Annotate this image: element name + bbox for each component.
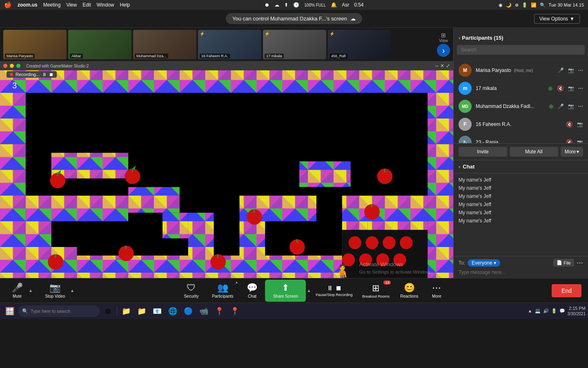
breakout-rooms-button[interactable]: ⊞ Breakout Rooms 14 xyxy=(357,280,394,302)
thumb-name-3: Muhammad Dza... xyxy=(135,54,168,58)
windows-start[interactable]: 🪟 xyxy=(2,304,17,319)
chat-more-button[interactable]: ⋯ xyxy=(577,259,583,267)
win-minimize-btn[interactable]: ─ xyxy=(435,63,439,69)
to-label: To: xyxy=(459,260,465,266)
participant-item-dzakka[interactable]: MD Muhammad Dzakka Fadl... ⊕ 🎤 📷 ⋯ xyxy=(454,97,588,115)
mic-icon-dzakka: 🎤 xyxy=(558,103,564,109)
game-area: Created with GameMaker Studio 2 ─ ✕ ⤢ Re… xyxy=(0,61,453,278)
win-expand-btn[interactable]: ⤢ xyxy=(446,63,450,69)
search-input[interactable] xyxy=(457,45,585,55)
mute-button[interactable]: 🎤 Mute xyxy=(7,280,28,302)
svg-rect-8 xyxy=(0,70,453,93)
more-button[interactable]: ⋯ More xyxy=(424,280,449,302)
menu-help[interactable]: Help xyxy=(120,2,130,8)
share-arrow[interactable]: ▲ xyxy=(307,280,311,302)
svg-point-47 xyxy=(348,236,361,249)
more-icon-dzakka: ⋯ xyxy=(578,103,583,109)
win-close[interactable] xyxy=(3,64,7,68)
collapse-icon[interactable]: ‹ xyxy=(459,35,460,41)
sidebar-actions: Invite Mute All More▾ xyxy=(454,143,588,160)
thumb-name-2: Akbar xyxy=(70,54,83,58)
participants-button[interactable]: 👥 Participants ▲ xyxy=(206,280,239,302)
mute-all-button[interactable]: Mute All xyxy=(510,147,558,157)
svg-rect-19 xyxy=(342,195,428,221)
taskbar-app-8[interactable]: 📍 xyxy=(227,304,242,319)
collapse-chat-icon[interactable]: ‹ xyxy=(459,164,460,170)
to-everyone-button[interactable]: Everyone▾ xyxy=(468,259,500,267)
mic-off-faheem: 🔇 xyxy=(566,121,573,128)
chat-msg-1: My name's Jeff xyxy=(459,176,583,184)
participant-item-mikala[interactable]: m 17 mikala ⊕ 🔇 📷 ⋯ xyxy=(454,79,588,97)
taskbar-app-5[interactable]: 🔵 xyxy=(181,304,196,319)
taskbar-search[interactable]: 🔍 Type here to search xyxy=(18,305,100,317)
svg-rect-12 xyxy=(26,195,128,221)
svg-rect-27 xyxy=(57,173,58,176)
participant-item-rania[interactable]: 2- 23 - Rania 🔇 📷 xyxy=(454,133,588,143)
taskbar-app-edge[interactable]: 🌐 xyxy=(165,304,180,319)
more-participants-button[interactable]: More▾ xyxy=(561,147,583,157)
thumb-name-1: Marisa Paryasto xyxy=(5,54,35,58)
strip-arrow[interactable]: › xyxy=(437,44,450,57)
taskbar-divider-1 xyxy=(117,306,117,316)
svg-point-50 xyxy=(400,236,412,249)
participant-thumb-3: Muhammad Dza... xyxy=(133,30,196,59)
menu-window[interactable]: Window xyxy=(97,2,114,8)
view-options-button[interactable]: View Options ▼ xyxy=(534,14,580,24)
win-max[interactable] xyxy=(16,64,20,68)
taskbar-app-1[interactable]: 📁 xyxy=(119,304,134,319)
pause-record-btn[interactable]: ⏸ xyxy=(42,72,47,77)
menu-meeting[interactable]: Meeting xyxy=(43,2,61,8)
search-icon[interactable]: 🔍 xyxy=(540,2,546,8)
security-button[interactable]: 🛡 Security xyxy=(177,280,205,302)
taskbar-app-7[interactable]: 📍 xyxy=(212,304,227,319)
chat-section-header: ‹ Chat xyxy=(454,160,588,173)
end-button[interactable]: End xyxy=(552,284,581,297)
recording-badge: Recording... ⏸ ⏹ xyxy=(7,71,57,78)
win-close-btn[interactable]: ✕ xyxy=(440,63,444,69)
share-screen-button[interactable]: ⬆ Share Screen xyxy=(265,280,306,302)
breakout-badge: 14 xyxy=(383,280,391,285)
taskbar-app-mail[interactable]: 📧 xyxy=(150,304,165,319)
stop-record-btn[interactable]: ⏹ xyxy=(49,72,53,77)
svg-point-49 xyxy=(383,236,395,249)
screen-share-notice: You can control Muhammad Dzakka F...'s s… xyxy=(226,13,362,24)
chat-input[interactable] xyxy=(459,269,583,275)
stop-video-button[interactable]: 📷 Stop Video xyxy=(41,280,69,302)
invite-button[interactable]: Invite xyxy=(459,147,507,157)
pause-recording-button[interactable]: ⏸ ⏹ Pause/Stop Recording xyxy=(312,280,356,302)
video-arrow[interactable]: ▲ xyxy=(70,280,74,302)
reactions-button[interactable]: 😊 Reactions xyxy=(395,280,423,302)
mic-off-rania: 🔇 xyxy=(566,139,573,143)
menubar: 🍎 zoom.us Meeting View Edit Window Help … xyxy=(0,0,588,10)
participants-title: Participants (15) xyxy=(462,35,583,41)
participants-arrow[interactable]: ▲ xyxy=(235,280,238,284)
battery-icon: 🔋 xyxy=(522,2,528,8)
file-button[interactable]: 📄File xyxy=(553,259,574,267)
tray-sound: 🔊 xyxy=(543,308,549,314)
more-icon-marisa: ⋯ xyxy=(578,67,583,73)
menu-view[interactable]: View xyxy=(66,2,77,8)
participant-item-marisa[interactable]: M Marisa Paryasto (Host, me) 🎤 📷 ⋯ xyxy=(454,61,588,79)
chat-footer: To: Everyone▾ 📄File ⋯ xyxy=(454,256,588,278)
svg-text:Go to Settings to activate Win: Go to Settings to activate Window... xyxy=(359,269,434,274)
apple-menu[interactable]: 🍎 xyxy=(4,1,12,9)
view-toggle[interactable]: ⊞ View xyxy=(439,32,448,43)
bluetooth-icon: ⊕ xyxy=(515,2,519,8)
svg-rect-39 xyxy=(125,246,127,249)
notice-text: You can control Muhammad Dzakka F...'s s… xyxy=(232,16,347,22)
battery-label: 100% FULL xyxy=(304,3,326,7)
participant-item-faheem[interactable]: F 16 Faheem R.A. 🔇 📷 xyxy=(454,115,588,133)
menu-edit[interactable]: Edit xyxy=(82,2,91,8)
mute-arrow[interactable]: ▲ xyxy=(29,280,33,302)
taskbar-app-zoom[interactable]: 📹 xyxy=(196,304,211,319)
tray-msg[interactable]: 💬 xyxy=(559,308,565,314)
task-view-button[interactable]: ⊚ xyxy=(100,304,115,319)
chat-msg-5: My name's Jeff xyxy=(459,209,583,217)
chat-button[interactable]: 💬 Chat xyxy=(240,280,264,302)
svg-rect-25 xyxy=(26,230,51,256)
taskbar-app-2[interactable]: 📁 xyxy=(134,304,149,319)
win-min[interactable] xyxy=(10,64,14,68)
avatar-mikala: m xyxy=(459,82,472,95)
participant-thumb-1: Marisa Paryasto xyxy=(3,30,67,59)
mic-off-mikala: 🔇 xyxy=(557,85,564,92)
